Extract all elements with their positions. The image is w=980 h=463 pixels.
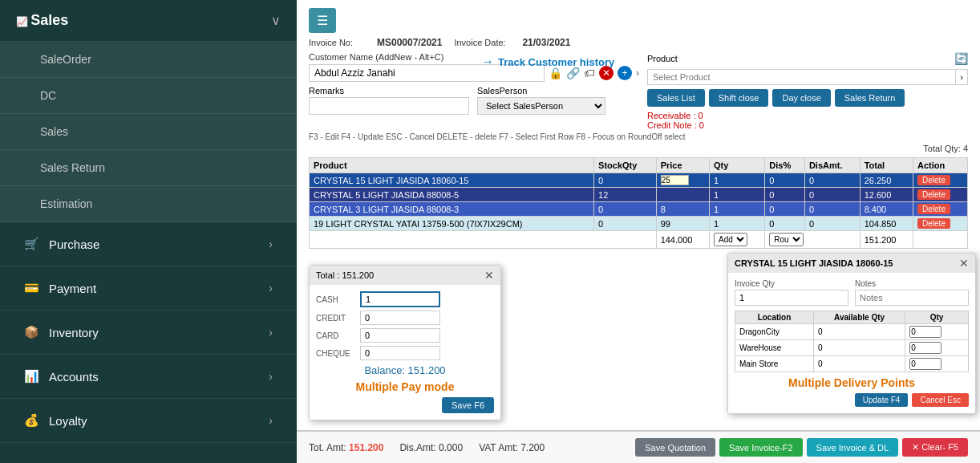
avail-dragon: 0 (813, 324, 905, 340)
round-select[interactable]: Rou (769, 233, 804, 246)
add-select[interactable]: Add (714, 233, 747, 246)
sidebar-inventory-label: Inventory (49, 326, 99, 339)
sidebar-sales-header[interactable]: 📈 Sales (16, 12, 68, 29)
payment-modal-body: CASH CREDIT CARD CHEQUE Balance: 151.200… (310, 285, 500, 420)
action-cell: Delete (913, 217, 968, 231)
delete-btn-1[interactable]: Delete (917, 175, 950, 185)
delivery-update-btn[interactable]: Update F4 (855, 393, 909, 407)
bottom-bar: Tot. Amt: 151.200 Dis.Amt: 0.000 VAT Amt… (297, 430, 980, 463)
payment-modal-close[interactable]: ✕ (484, 269, 494, 282)
remarks-input[interactable] (309, 97, 469, 115)
table-row: CRYSTAL 3 LIGHT JIASIDA 88008-3 0 8 1 0 … (310, 202, 968, 217)
delivery-fields-row: Invoice Qty Notes (735, 279, 969, 306)
remarks-label: Remarks (309, 86, 469, 95)
product-cell: 19 LIGHT CRYSTAL YATAI 13759-500 (7IX7IX… (310, 217, 594, 231)
invoice-qty-input[interactable] (735, 290, 848, 306)
delivery-btn-row: Update F4 Cancel Esc (735, 393, 969, 407)
accounts-icon: 📊 (24, 369, 39, 384)
qty-warehouse[interactable] (905, 340, 969, 356)
loyalty-icon: 💰 (24, 413, 39, 428)
customer-add-btn[interactable]: + (618, 66, 632, 80)
payment-modal-header: Total : 151.200 ✕ (310, 266, 500, 285)
loc-mainstore: Main Store (735, 356, 814, 372)
payment-icon: 💳 (24, 281, 39, 295)
credit-input[interactable] (360, 311, 440, 325)
qty-cell: 1 (710, 217, 765, 231)
cash-input[interactable] (360, 291, 440, 307)
product-cell: CRYSTAL 5 LIGHT JIASIDA 88008-5 (310, 188, 594, 202)
price-cell: 99 (656, 217, 709, 231)
product-cell: CRYSTAL 3 LIGHT JIASIDA 88008-3 (310, 202, 594, 217)
chevron-right-icon-3: › (269, 326, 273, 339)
sales-return-btn[interactable]: Sales Return (835, 89, 905, 107)
delete-btn-3[interactable]: Delete (917, 204, 950, 214)
delete-btn-4[interactable]: Delete (917, 218, 950, 229)
total-cell: 104.850 (860, 217, 913, 231)
shift-close-btn[interactable]: Shift close (709, 89, 769, 107)
save-buttons: Save Quotation Save Invoice-F2 Save Invo… (635, 438, 968, 457)
sidebar-loyalty-label: Loyalty (49, 414, 87, 428)
action-cell: Delete (913, 188, 968, 202)
save-invoice-dl-btn[interactable]: Save Invoice & DL (807, 438, 899, 457)
sidebar-item-saleorder[interactable]: SaleOrder (0, 42, 297, 78)
tot-amt: Tot. Amt: 151.200 (309, 442, 383, 453)
table-row: CRYSTAL 5 LIGHT JIASIDA 88008-5 12 1 0 0… (310, 188, 968, 202)
invoice-table: Product StockQty Price Qty Dis% DisAmt. … (309, 157, 968, 249)
delivery-row: Main Store 0 (735, 356, 969, 372)
save-quotation-btn[interactable]: Save Quotation (635, 438, 715, 457)
notes-input[interactable] (855, 290, 969, 306)
qty-dragon[interactable] (905, 324, 969, 340)
sidebar-item-estimation[interactable]: Estimation (0, 186, 297, 222)
sidebar-payment-label: Payment (49, 282, 96, 295)
product-search-input[interactable] (647, 69, 956, 85)
delivery-modal-header: CRYSTAL 15 LIGHT JIASIDA 18060-15 ✕ (728, 254, 975, 273)
payment-save-btn[interactable]: Save F6 (442, 397, 494, 413)
sidebar-item-loyalty[interactable]: 💰 Loyalty › (0, 399, 297, 443)
loc-dragon: DragonCity (735, 324, 814, 340)
invoice-date-value: 21/03/2021 (522, 37, 570, 48)
invoice-no-label: Invoice No: (309, 38, 373, 47)
customer-arrow: › (636, 67, 639, 79)
sidebar-item-payment[interactable]: 💳 Payment › (0, 266, 297, 311)
receivable-value: 0 (699, 111, 703, 120)
payment-modal: Total : 151.200 ✕ CASH CREDIT CARD CHEQU… (309, 265, 501, 420)
refresh-icon-btn[interactable]: 🔄 (954, 52, 968, 65)
clear-btn[interactable]: ✕ Clear- F5 (902, 438, 968, 457)
save-invoice-btn[interactable]: Save Invoice-F2 (719, 438, 802, 457)
price-cell[interactable] (656, 173, 709, 188)
row-action-empty (913, 231, 968, 249)
price-cell (656, 188, 709, 202)
cash-label: CASH (316, 295, 356, 304)
product-arrow: › (956, 69, 968, 85)
credit-note-row: Credit Note : 0 (647, 120, 968, 130)
delete-btn-2[interactable]: Delete (917, 189, 950, 200)
qty-mainstore[interactable] (905, 356, 969, 372)
sidebar-item-sales-return[interactable]: Sales Return (0, 150, 297, 186)
credit-label: CREDIT (316, 314, 356, 323)
card-input[interactable] (360, 328, 440, 343)
sales-list-btn[interactable]: Sales List (647, 89, 705, 107)
day-close-btn[interactable]: Day close (772, 89, 830, 107)
avail-th: Available Qty (813, 311, 905, 324)
loc-th: Location (735, 311, 814, 324)
sidebar-item-accounts[interactable]: 📊 Accounts › (0, 355, 297, 399)
menu-icon-button[interactable]: ☰ (309, 8, 336, 33)
disamt-cell: 0 (804, 217, 860, 231)
disamt-cell: 0 (804, 188, 860, 202)
sidebar-item-inventory[interactable]: 📦 Inventory › (0, 311, 297, 355)
stock-cell: 0 (594, 217, 657, 231)
sidebar-item-sales[interactable]: Sales (0, 114, 297, 150)
track-customer-annotation: Track Customer history (481, 55, 614, 69)
sidebar-header: 📈 Sales ∨ (0, 0, 297, 42)
th-dis: Dis% (765, 158, 805, 173)
th-qty: Qty (710, 158, 765, 173)
chevron-right-icon-2: › (269, 282, 273, 294)
cheque-input[interactable] (360, 346, 440, 360)
sidebar-item-purchase[interactable]: 🛒 Purchase › (0, 222, 297, 266)
salesperson-select[interactable]: Select SalesPerson (477, 97, 605, 115)
sidebar-item-dc[interactable]: DC (0, 78, 297, 114)
remarks-row: Remarks SalesPerson Select SalesPerson (309, 86, 639, 115)
delivery-cancel-btn[interactable]: Cancel Esc (912, 393, 969, 407)
delivery-modal-close[interactable]: ✕ (959, 257, 969, 270)
sidebar-accounts-label: Accounts (49, 370, 99, 384)
